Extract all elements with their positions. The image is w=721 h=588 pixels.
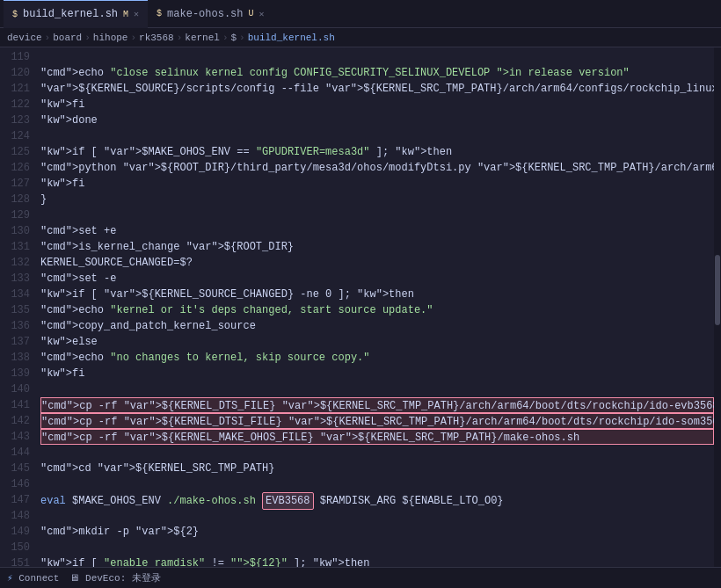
tab-build-kernel[interactable]: $ build_kernel.sh M ✕ <box>4 0 148 28</box>
code-line: "cmd">echo "close selinux kernel config … <box>40 65 714 81</box>
code-line: "cmd">set -e <box>40 271 714 287</box>
line-number: 142 <box>4 413 30 429</box>
code-line: "cmd">cp -rf "var">${KERNEL_DTSI_FILE} "… <box>40 413 714 429</box>
line-number: 125 <box>4 144 30 160</box>
code-line: "kw">done <box>40 113 714 128</box>
scrollbar-thumb[interactable] <box>715 255 720 325</box>
code-line: "cmd">python "var">${ROOT_DIR}/third_par… <box>40 160 714 176</box>
tab-badge: M <box>123 10 128 19</box>
line-number: 121 <box>4 81 30 97</box>
code-line: "kw">else <box>40 334 714 350</box>
code-line: eval $MAKE_OHOS_ENV ./make-ohos.sh EVB35… <box>40 492 714 508</box>
line-number: 139 <box>4 366 30 381</box>
code-area: 1191201211221231241251261271281291301311… <box>0 47 721 567</box>
code-line: "kw">fi <box>40 366 714 381</box>
code-line <box>40 508 714 524</box>
line-number: 126 <box>4 160 30 176</box>
status-deveco[interactable]: 🖥 DevEco: 未登录 <box>69 571 160 584</box>
tab-bar: $ build_kernel.sh M ✕ $ make-ohos.sh U ✕ <box>0 0 721 28</box>
line-number: 127 <box>4 176 30 192</box>
line-number: 120 <box>4 65 30 81</box>
line-number: 130 <box>4 223 30 239</box>
code-line: "cmd">cp -rf "var">${KERNEL_DTS_FILE} "v… <box>40 397 714 413</box>
code-content[interactable]: "cmd">echo "close selinux kernel config … <box>37 47 714 567</box>
tab-badge: U <box>249 9 254 18</box>
line-number: 143 <box>4 429 30 445</box>
code-line: "cmd">set +e <box>40 223 714 239</box>
line-number: 123 <box>4 113 30 128</box>
line-number: 144 <box>4 445 30 461</box>
code-line: "var">${KERNEL_SOURCE}/scripts/config --… <box>40 81 714 97</box>
line-number: 128 <box>4 192 30 207</box>
tab-icon: $ <box>157 9 162 18</box>
breadcrumb: device › board › hihope › rk3568 › kerne… <box>0 28 721 47</box>
code-line <box>40 207 714 223</box>
line-number: 145 <box>4 461 30 476</box>
line-number: 151 <box>4 555 30 567</box>
line-number: 146 <box>4 476 30 492</box>
code-line <box>40 128 714 144</box>
line-number: 135 <box>4 302 30 318</box>
status-connect[interactable]: ⚡ Connect <box>7 572 59 584</box>
code-line: "kw">if [ "enable_ramdisk" != "">${12}" … <box>40 555 714 567</box>
code-line: "cmd">mkdir -p "var">${2} <box>40 524 714 540</box>
line-number: 136 <box>4 318 30 334</box>
line-number: 147 <box>4 492 30 508</box>
line-number: 149 <box>4 524 30 540</box>
line-number: 119 <box>4 49 30 65</box>
line-number: 133 <box>4 271 30 287</box>
code-line <box>40 445 714 461</box>
line-number: 132 <box>4 255 30 271</box>
code-line: "cmd">copy_and_patch_kernel_source <box>40 318 714 334</box>
line-number: 141 <box>4 397 30 413</box>
code-line: "cmd">is_kernel_change "var">${ROOT_DIR} <box>40 239 714 255</box>
tab-icon: $ <box>12 10 18 19</box>
line-number: 138 <box>4 350 30 366</box>
code-line: "cmd">cp -rf "var">${KERNEL_MAKE_OHOS_FI… <box>40 429 714 445</box>
line-number: 124 <box>4 128 30 144</box>
close-icon[interactable]: ✕ <box>134 9 139 19</box>
line-number: 137 <box>4 334 30 350</box>
code-line: "cmd">cd "var">${KERNEL_SRC_TMP_PATH} <box>40 461 714 476</box>
line-number: 134 <box>4 287 30 302</box>
line-number: 148 <box>4 508 30 524</box>
line-number: 129 <box>4 207 30 223</box>
line-number: 131 <box>4 239 30 255</box>
code-line: "kw">fi <box>40 176 714 192</box>
code-line <box>40 381 714 397</box>
close-icon[interactable]: ✕ <box>259 9 265 19</box>
tab-label: build_kernel.sh <box>23 8 118 20</box>
line-numbers: 1191201211221231241251261271281291301311… <box>0 47 37 567</box>
tab-label: make-ohos.sh <box>167 8 243 20</box>
line-number: 150 <box>4 540 30 555</box>
code-line: "kw">if [ "var">$MAKE_OHOS_ENV == "GPUDR… <box>40 144 714 160</box>
code-line: "cmd">echo "kernel or it's deps changed,… <box>40 302 714 318</box>
code-line: } <box>40 192 714 207</box>
code-line: KERNEL_SOURCE_CHANGED=$? <box>40 255 714 271</box>
status-bar: ⚡ Connect 🖥 DevEco: 未登录 <box>0 567 721 588</box>
code-line <box>40 476 714 492</box>
code-line: "cmd">echo "no changes to kernel, skip s… <box>40 350 714 366</box>
code-line <box>40 540 714 555</box>
scrollbar-track[interactable] <box>714 47 721 567</box>
line-number: 140 <box>4 381 30 397</box>
line-number: 122 <box>4 97 30 113</box>
code-line: "kw">fi <box>40 97 714 113</box>
code-line: "kw">if [ "var">${KERNEL_SOURCE_CHANGED}… <box>40 287 714 302</box>
code-line <box>40 49 714 65</box>
tab-make-ohos[interactable]: $ make-ohos.sh U ✕ <box>148 0 273 28</box>
